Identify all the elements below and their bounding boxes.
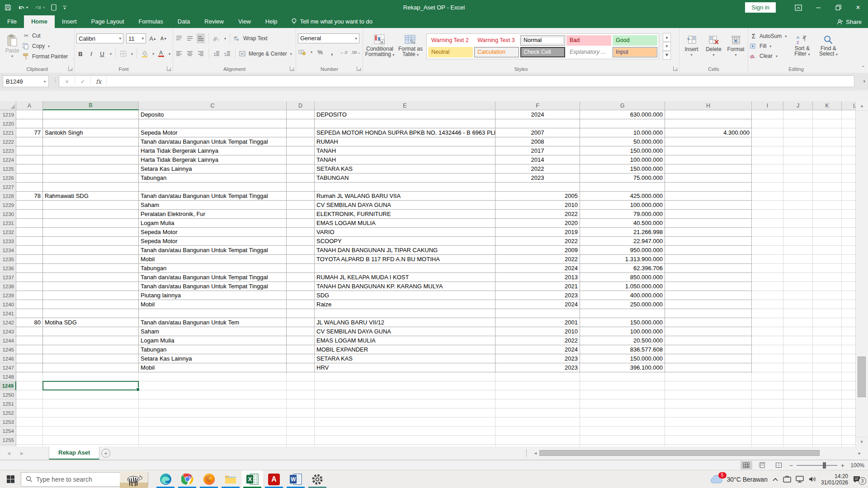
cell-K1249[interactable] xyxy=(813,381,842,390)
cell-A1252[interactable] xyxy=(16,408,43,418)
cell-C1245[interactable]: Tabungan xyxy=(139,345,287,354)
cell-G1246[interactable]: 150.000.000 xyxy=(580,354,665,363)
cell-G1220[interactable] xyxy=(580,119,665,128)
row-header-1236[interactable]: 1236 xyxy=(0,264,16,273)
gallery-down-icon[interactable]: ▼ xyxy=(663,42,671,51)
name-box-dropdown-icon[interactable]: ▾ xyxy=(44,80,46,84)
cell-K1237[interactable] xyxy=(813,273,842,282)
style-explanatory-[interactable]: Explanatory ... xyxy=(566,47,611,57)
align-left-icon[interactable] xyxy=(175,49,183,59)
cell-E1239[interactable]: SDG xyxy=(315,291,495,300)
cell-K1221[interactable] xyxy=(813,128,842,137)
tab-splitter-handle[interactable] xyxy=(526,449,530,457)
taskbar-edge-icon[interactable] xyxy=(155,470,176,488)
cell-G1224[interactable]: 100.000.000 xyxy=(580,155,665,164)
format-as-table-button[interactable]: Format asTable ▾ xyxy=(397,29,424,63)
cell-J1238[interactable] xyxy=(783,282,813,291)
cell-E1224[interactable]: TANAH xyxy=(315,155,495,164)
style-check-cell[interactable]: Check Cell xyxy=(520,47,565,57)
cell-F1244[interactable]: 2022 xyxy=(495,336,580,345)
cell-A1242[interactable]: 80 xyxy=(16,318,43,327)
cell-C1225[interactable]: Setara Kas Lainnya xyxy=(139,164,287,174)
cell-A1219[interactable] xyxy=(16,110,43,119)
taskbar-search[interactable]: Type here to search xyxy=(21,472,148,487)
cell-F1255[interactable] xyxy=(495,436,580,445)
cell-J1239[interactable] xyxy=(783,291,813,300)
alignment-dialog-launcher[interactable] xyxy=(290,66,294,71)
cell-G1239[interactable]: 400.000.000 xyxy=(580,291,665,300)
cell-K1228[interactable] xyxy=(813,192,842,201)
cell-K1222[interactable] xyxy=(813,137,842,146)
styles-dialog-launcher[interactable] xyxy=(673,66,678,71)
cell-C1240[interactable]: Mobil xyxy=(139,300,287,309)
cell-H1238[interactable] xyxy=(665,282,752,291)
font-color-icon[interactable]: A xyxy=(157,49,165,59)
cell-J1224[interactable] xyxy=(783,155,813,164)
cell-H1229[interactable] xyxy=(665,201,752,210)
row-header-1226[interactable]: 1226 xyxy=(0,174,16,183)
sheet-tab-rekap-aset[interactable]: Rekap Aset xyxy=(49,446,99,460)
format-painter-button[interactable]: Format Painter xyxy=(23,52,68,61)
cell-E1251[interactable] xyxy=(315,399,495,408)
cell-D1227[interactable] xyxy=(287,183,315,192)
cell-F1231[interactable]: 2020 xyxy=(495,219,580,228)
cell-I1233[interactable] xyxy=(752,237,783,246)
autosum-button[interactable]: ΣAutoSum▾ xyxy=(750,32,787,41)
row-header-1255[interactable]: 1255 xyxy=(0,436,16,445)
scroll-left-icon[interactable]: ◄ xyxy=(532,449,539,457)
comma-style-button[interactable]: , xyxy=(328,47,336,57)
cell-J1246[interactable] xyxy=(783,354,813,363)
cell-J1248[interactable] xyxy=(783,372,813,381)
cell-H1224[interactable] xyxy=(665,155,752,164)
cell-G1253[interactable] xyxy=(580,418,665,427)
decrease-decimal-button[interactable]: .00→ xyxy=(351,47,361,57)
cell-A1237[interactable] xyxy=(16,273,43,282)
cell-A1247[interactable] xyxy=(16,363,43,372)
cell-E1246[interactable]: SETARA KAS xyxy=(315,354,495,363)
cell-D1219[interactable] xyxy=(287,110,315,119)
paste-button[interactable]: Paste ▾ xyxy=(2,29,23,63)
cell-C1253[interactable] xyxy=(139,418,287,427)
cell-H1233[interactable] xyxy=(665,237,752,246)
cell-G1230[interactable]: 79.000.000 xyxy=(580,210,665,219)
cell-A1230[interactable] xyxy=(16,210,43,219)
cell-A1255[interactable] xyxy=(16,436,43,445)
cell-C1238[interactable]: Tanah dan/atau Bangunan Untuk Tempat Tin… xyxy=(139,282,287,291)
tell-me-box[interactable]: Tell me what you want to do xyxy=(291,18,373,28)
cell-E1227[interactable] xyxy=(315,183,495,192)
increase-decimal-button[interactable]: ←.0 xyxy=(340,47,348,57)
cell-B1230[interactable] xyxy=(43,210,139,219)
cell-H1219[interactable] xyxy=(665,110,752,119)
weather-widget[interactable]: 5 30°C Berawan xyxy=(710,474,768,484)
cell-G1247[interactable]: 396.100.000 xyxy=(580,363,665,372)
cell-C1243[interactable]: Saham xyxy=(139,327,287,336)
cell-D1248[interactable] xyxy=(287,372,315,381)
cell-A1243[interactable] xyxy=(16,327,43,336)
minimize-button[interactable]: ─ xyxy=(808,0,828,15)
cell-D1251[interactable] xyxy=(287,399,315,408)
cell-B1253[interactable] xyxy=(43,418,139,427)
cell-G1229[interactable]: 100.000.000 xyxy=(580,201,665,210)
row-header-1239[interactable]: 1239 xyxy=(0,291,16,300)
start-button[interactable] xyxy=(0,470,21,488)
cell-A1224[interactable] xyxy=(16,155,43,164)
cell-H1222[interactable] xyxy=(665,137,752,146)
column-header-G[interactable]: G xyxy=(580,101,665,110)
cell-F1248[interactable] xyxy=(495,372,580,381)
cell-I1240[interactable] xyxy=(752,300,783,309)
scroll-right-icon[interactable]: ► xyxy=(856,449,863,457)
cell-K1251[interactable] xyxy=(813,399,842,408)
cell-H1239[interactable] xyxy=(665,291,752,300)
hidden-icons-chevron[interactable] xyxy=(772,477,778,482)
cell-C1228[interactable]: Tanah dan/atau Bangunan Untuk Tempat Tin… xyxy=(139,192,287,201)
cell-K1246[interactable] xyxy=(813,354,842,363)
cell-J1250[interactable] xyxy=(783,390,813,399)
cell-E1250[interactable] xyxy=(315,390,495,399)
new-sheet-icon[interactable]: + xyxy=(101,449,110,458)
copy-button[interactable]: Copy▾ xyxy=(23,42,68,51)
cell-J1254[interactable] xyxy=(783,427,813,436)
cell-D1222[interactable] xyxy=(287,137,315,146)
cell-B1248[interactable] xyxy=(43,372,139,381)
cell-J1247[interactable] xyxy=(783,363,813,372)
cell-D1252[interactable] xyxy=(287,408,315,418)
